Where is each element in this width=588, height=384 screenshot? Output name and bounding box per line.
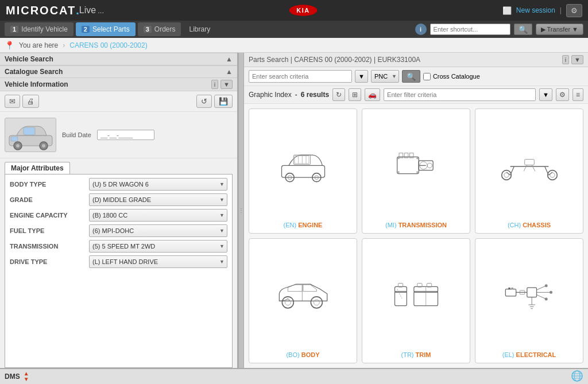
svg-point-35: [504, 173, 508, 177]
cross-catalogue-checkbox[interactable]: [423, 73, 431, 80]
drive-type-select[interactable]: (L) LEFT HAND DRIVE: [89, 255, 227, 268]
svg-line-42: [532, 165, 535, 172]
svg-point-66: [550, 291, 552, 294]
svg-rect-58: [508, 288, 510, 289]
nav-tabs: 1 Identify Vehicle 2 Select Parts 3 Orde…: [0, 21, 588, 38]
tab-num-3: 3: [144, 26, 152, 33]
part-image-trim: [367, 243, 465, 349]
right-panel: Parts Search | CARENS 00 (2000-2002) | E…: [244, 53, 588, 368]
gear-button[interactable]: ⚙: [566, 4, 582, 17]
tab-identify-vehicle[interactable]: 1 Identify Vehicle: [5, 22, 74, 36]
results-separator: -: [295, 91, 297, 99]
filter-dropdown-button[interactable]: ▼: [539, 88, 552, 101]
parts-grid: (EN) ENGINE: [244, 104, 588, 368]
tab-library[interactable]: Library: [183, 22, 216, 36]
list-view-button[interactable]: 🚗: [365, 88, 380, 101]
vehicle-search-chevron: ▲: [226, 55, 233, 63]
attr-row-engine-capacity: ENGINE CAPACITY (B) 1800 CC: [10, 209, 227, 222]
catalogue-search-header[interactable]: Catalogue Search ▲: [0, 65, 237, 78]
email-button[interactable]: ✉: [5, 95, 20, 108]
vehicle-search-header[interactable]: Vehicle Search ▲: [0, 53, 237, 65]
parts-search-info-btn[interactable]: i: [562, 55, 569, 64]
svg-rect-15: [295, 156, 309, 164]
dms-down-arrow[interactable]: ▼: [24, 377, 29, 382]
graphic-index-bar: Graphic Index - 6 results ↻ ⊞ 🚗 ▼ ⚙ ≡: [244, 86, 588, 104]
pnc-select-wrapper: PNC: [371, 70, 399, 83]
part-image-body: [254, 243, 352, 349]
view-toggle-button[interactable]: ≡: [572, 88, 583, 101]
svg-rect-57: [505, 289, 516, 297]
new-session-link[interactable]: New session: [516, 6, 555, 14]
tab-num-1: 1: [10, 26, 18, 33]
svg-text:KIA: KIA: [296, 7, 310, 14]
vehicle-info-menu-btn[interactable]: ▼: [220, 80, 233, 89]
breadcrumb-vehicle-link[interactable]: CARENS 00 (2000-2002): [69, 41, 147, 49]
tab-orders[interactable]: 3 Orders: [138, 22, 181, 36]
print-button[interactable]: 🖨: [22, 95, 39, 108]
action-left: ✉ 🖨: [5, 95, 39, 108]
svg-point-67: [544, 298, 547, 301]
attributes-table: BODY TYPE (U) 5 DR WAGON 6 GRADE (D) MID…: [5, 174, 233, 368]
transfer-icon: ▶: [541, 26, 546, 33]
vehicle-search-label: Vehicle Search: [5, 55, 53, 63]
panel-resize-handle[interactable]: ⋮: [238, 53, 244, 368]
svg-point-26: [427, 163, 432, 168]
logo: MICROCAT . Live ...: [6, 4, 104, 17]
tab-select-parts[interactable]: 2 Select Parts: [76, 22, 136, 36]
refresh-button[interactable]: ↻: [332, 88, 345, 101]
part-card-electrical[interactable]: (EL) ELECTRICAL: [475, 238, 583, 363]
grid-view-button[interactable]: ⊞: [349, 88, 361, 101]
results-count: 6 results: [301, 91, 329, 99]
filter-input[interactable]: [384, 88, 536, 101]
search-criteria-input[interactable]: [249, 70, 352, 83]
svg-rect-40: [524, 160, 534, 165]
part-card-trim[interactable]: (TR) TRIM: [362, 238, 470, 363]
fuel-type-select-wrapper: (6) MPI-DOHC: [89, 224, 227, 237]
part-card-chassis[interactable]: (CH) CHASSIS: [475, 108, 583, 234]
transmission-select[interactable]: (5) 5 SPEED MT 2WD: [89, 240, 227, 253]
action-right: ↺ 💾: [196, 95, 233, 108]
undo-button[interactable]: ↺: [196, 95, 212, 108]
search-criteria-dropdown[interactable]: ▼: [355, 70, 368, 83]
attr-label-body-type: BODY TYPE: [10, 181, 84, 188]
info-button[interactable]: i: [415, 24, 427, 35]
filter-options-button[interactable]: ⚙: [556, 88, 569, 101]
svg-line-64: [536, 295, 546, 300]
svg-point-65: [544, 284, 547, 287]
tab-label-3: Orders: [154, 25, 176, 33]
svg-rect-8: [11, 137, 18, 141]
shortcut-input[interactable]: [430, 24, 510, 35]
grade-select-wrapper: (D) MIDDLE GRADE: [89, 193, 227, 206]
major-attributes-tab[interactable]: Major Attributes: [5, 162, 70, 174]
parts-search-menu-btn[interactable]: ▼: [571, 55, 583, 64]
build-date-input[interactable]: [97, 130, 154, 140]
fuel-type-select[interactable]: (6) MPI-DOHC: [89, 224, 227, 237]
engine-capacity-select[interactable]: (B) 1800 CC: [89, 209, 227, 222]
nav-right: i 🔍 ▶ Transfer ▼: [415, 24, 583, 35]
svg-point-46: [285, 300, 291, 305]
svg-line-41: [524, 165, 527, 172]
grade-select[interactable]: (D) MIDDLE GRADE: [89, 193, 227, 206]
attr-row-transmission: TRANSMISSION (5) 5 SPEED MT 2WD: [10, 240, 227, 253]
vehicle-info-info-btn[interactable]: i: [211, 80, 218, 89]
vehicle-info-icons: i ▼: [211, 80, 233, 89]
svg-rect-61: [527, 288, 536, 297]
save-button[interactable]: 💾: [214, 95, 233, 108]
part-card-transmission[interactable]: (MI) TRANSMISSION: [362, 108, 470, 234]
svg-point-45: [311, 297, 322, 308]
part-card-body[interactable]: (BO) BODY: [249, 238, 357, 363]
part-label-transmission: (MI) TRANSMISSION: [385, 222, 447, 228]
search-button[interactable]: 🔍: [514, 24, 532, 35]
pnc-select[interactable]: PNC: [371, 70, 399, 83]
transmission-select-wrapper: (5) 5 SPEED MT 2WD: [89, 240, 227, 253]
dms-label: DMS: [5, 373, 20, 381]
search-go-button[interactable]: 🔍: [402, 70, 420, 83]
part-card-engine[interactable]: (EN) ENGINE: [249, 108, 357, 234]
graphic-index-label: Graphic Index: [249, 91, 292, 99]
transfer-button[interactable]: ▶ Transfer ▼: [536, 24, 583, 35]
location-icon: 📍: [5, 41, 14, 50]
svg-point-6: [42, 144, 45, 148]
bottom-center: [571, 370, 583, 384]
body-type-select[interactable]: (U) 5 DR WAGON 6: [89, 178, 227, 191]
svg-rect-7: [24, 127, 35, 135]
